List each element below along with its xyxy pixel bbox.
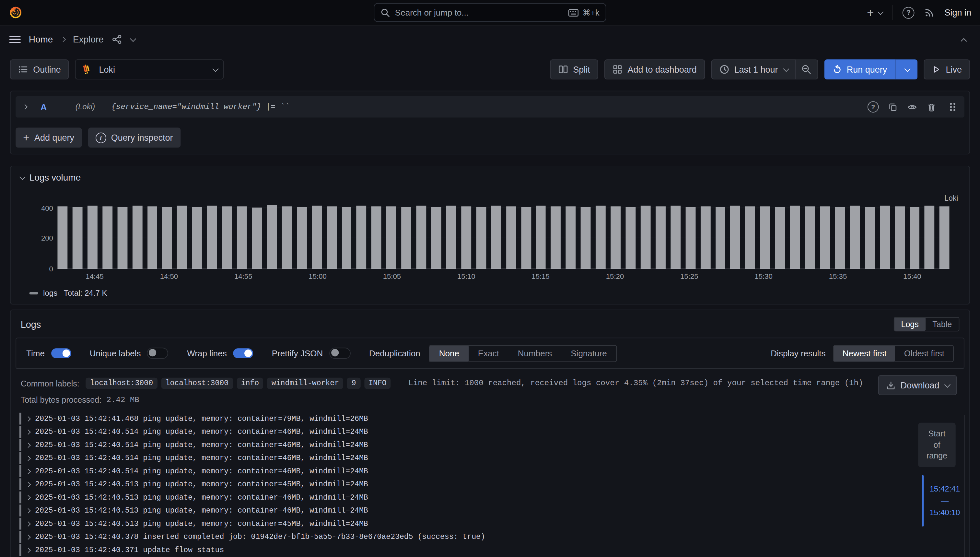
breadcrumb-home[interactable]: Home — [29, 34, 53, 44]
search-placeholder: Search or jump to... — [395, 8, 469, 17]
query-row[interactable]: A (Loki) {service_name="windmill-worker"… — [16, 96, 964, 118]
expand-log-icon[interactable] — [26, 547, 31, 552]
volume-bar[interactable] — [207, 205, 217, 269]
volume-bar[interactable] — [641, 206, 651, 269]
chevron-down-icon[interactable] — [130, 35, 136, 41]
expand-query-icon[interactable] — [22, 104, 28, 109]
volume-bar[interactable] — [386, 206, 397, 269]
expand-log-icon[interactable] — [26, 482, 31, 487]
start-of-range-button[interactable]: Startofrange — [918, 423, 956, 467]
expand-log-icon[interactable] — [26, 469, 31, 474]
query-help-icon[interactable]: ? — [868, 101, 879, 112]
volume-bar[interactable] — [880, 206, 890, 269]
add-to-dashboard-button[interactable]: Add to dashboard — [605, 59, 705, 80]
display-oldest-first[interactable]: Oldest first — [895, 345, 953, 361]
toggle-switch[interactable] — [51, 348, 71, 358]
duplicate-query-icon[interactable] — [888, 102, 897, 112]
outline-button[interactable]: Outline — [10, 59, 69, 80]
delete-query-trash-icon[interactable] — [927, 102, 936, 112]
zoom-out-time-button[interactable] — [796, 59, 818, 80]
dedup-signature[interactable]: Signature — [561, 345, 616, 361]
toggle-unique-labels[interactable]: Unique labels — [90, 348, 169, 359]
expand-log-icon[interactable] — [26, 495, 31, 500]
dedup-exact[interactable]: Exact — [469, 345, 509, 361]
volume-bar[interactable] — [566, 206, 576, 269]
log-row[interactable]: 2025-01-03 15:42:40.513 ping update, mem… — [20, 491, 913, 504]
log-row[interactable]: 2025-01-03 15:42:41.468 ping update, mem… — [20, 412, 913, 425]
volume-bar[interactable] — [671, 205, 681, 269]
run-query-button[interactable]: Run query — [824, 59, 895, 80]
toggle-visibility-eye-icon[interactable] — [907, 102, 917, 112]
volume-bar[interactable] — [88, 206, 98, 269]
news-rss-icon[interactable] — [925, 7, 934, 18]
volume-bar[interactable] — [850, 205, 860, 269]
toggle-wrap-lines[interactable]: Wrap lines — [187, 348, 253, 358]
share-icon[interactable] — [112, 34, 122, 44]
download-button[interactable]: Download — [878, 375, 957, 395]
expand-log-icon[interactable] — [26, 455, 31, 460]
log-row[interactable]: 2025-01-03 15:42:40.514 ping update, mem… — [20, 438, 913, 452]
new-menu-button[interactable]: + — [867, 7, 882, 18]
view-tab-table[interactable]: Table — [926, 318, 959, 331]
dedup-numbers[interactable]: Numbers — [509, 345, 561, 361]
volume-bar[interactable] — [267, 205, 277, 269]
logs-volume-chart[interactable] — [57, 205, 949, 269]
volume-bar[interactable] — [760, 206, 770, 269]
breadcrumb-current: Explore — [73, 34, 104, 44]
toggle-switch[interactable] — [329, 348, 351, 359]
legend-item-logs[interactable]: logs Total: 24.7 K — [29, 289, 107, 298]
log-row[interactable]: 2025-01-03 15:42:40.514 ping update, mem… — [20, 451, 913, 464]
log-row[interactable]: 2025-01-03 15:42:40.513 ping update, mem… — [20, 477, 913, 491]
volume-bar[interactable] — [446, 206, 456, 269]
volume-bar[interactable] — [312, 206, 322, 269]
grafana-logo[interactable] — [9, 5, 22, 19]
add-query-button[interactable]: + Add query — [16, 127, 82, 148]
expand-log-icon[interactable] — [26, 534, 31, 539]
time-range-picker[interactable]: Last 1 hour — [711, 59, 795, 80]
toggle-prettify-json[interactable]: Prettify JSON — [272, 348, 351, 359]
log-row[interactable]: 2025-01-03 15:42:40.378 inserted complet… — [20, 530, 913, 543]
volume-bar[interactable] — [177, 206, 187, 269]
display-newest-first[interactable]: Newest first — [834, 345, 895, 361]
volume-bar[interactable] — [925, 205, 934, 269]
expand-log-icon[interactable] — [26, 416, 31, 421]
query-inspector-button[interactable]: i Query inspector — [88, 127, 180, 148]
run-query-options-button[interactable] — [895, 59, 917, 80]
live-button[interactable]: Live — [924, 59, 970, 80]
volume-bar[interactable] — [416, 205, 426, 269]
datasource-picker[interactable]: Loki — [75, 59, 224, 80]
volume-bar[interactable] — [356, 205, 367, 269]
toggle-switch[interactable] — [233, 348, 253, 358]
log-row[interactable]: 2025-01-03 15:42:40.514 ping update, mem… — [20, 464, 913, 478]
log-row[interactable]: 2025-01-03 15:42:40.514 ping update, mem… — [20, 425, 913, 438]
help-icon[interactable]: ? — [902, 7, 915, 18]
sign-in-button[interactable]: Sign in — [944, 7, 971, 18]
dedup-none[interactable]: None — [430, 345, 469, 361]
collapse-panel-icon[interactable] — [962, 34, 970, 45]
search-input[interactable]: Search or jump to... ⌘+k — [374, 3, 606, 22]
logs-volume-header[interactable]: Logs volume — [20, 173, 960, 182]
log-row[interactable]: 2025-01-03 15:42:40.513 ping update, mem… — [20, 517, 913, 531]
volume-bar[interactable] — [237, 206, 247, 269]
view-tab-logs[interactable]: Logs — [894, 318, 926, 331]
volume-bar[interactable] — [790, 206, 800, 269]
split-button[interactable]: Split — [550, 59, 598, 80]
expand-log-icon[interactable] — [26, 521, 31, 526]
drag-handle-icon[interactable] — [948, 101, 957, 112]
expand-log-icon[interactable] — [26, 442, 31, 448]
volume-bar[interactable] — [730, 205, 741, 269]
gridline — [57, 207, 949, 208]
volume-bar[interactable] — [536, 206, 546, 269]
toggle-time[interactable]: Time — [26, 348, 71, 358]
volume-bar[interactable] — [132, 205, 142, 269]
log-row[interactable]: 2025-01-03 15:42:40.513 ping update, mem… — [20, 504, 913, 517]
log-range-indicator[interactable]: 15:42:41 — 15:40:10 — [922, 475, 960, 526]
volume-bar[interactable] — [596, 205, 606, 269]
volume-bar[interactable] — [491, 205, 501, 269]
expand-log-icon[interactable] — [26, 508, 31, 513]
toggle-switch[interactable] — [147, 348, 169, 359]
log-row[interactable]: 2025-01-03 15:42:40.371 update flow stat… — [20, 543, 913, 557]
menu-toggle-icon[interactable] — [10, 36, 21, 43]
expand-log-icon[interactable] — [26, 429, 31, 434]
log-level-bar — [20, 413, 21, 425]
